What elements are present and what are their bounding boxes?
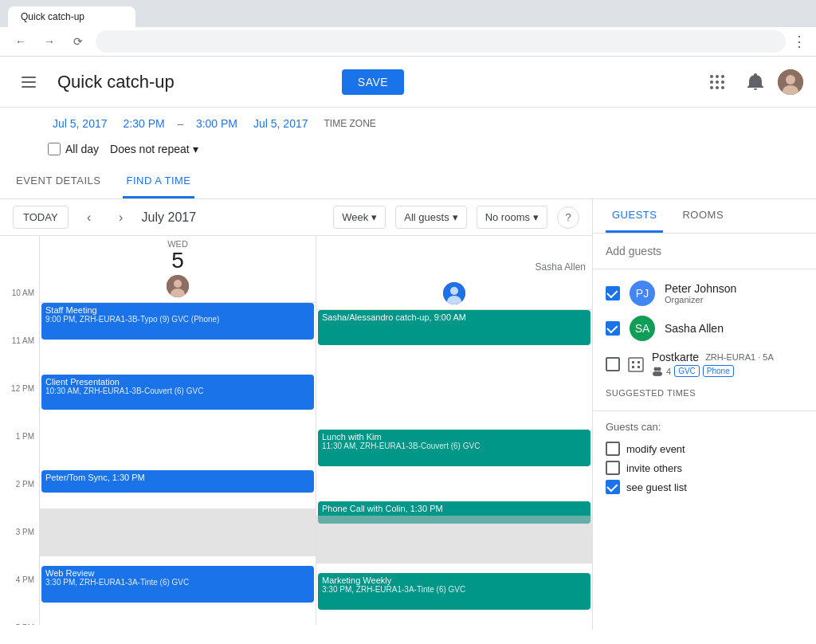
col1-events: Staff Meeting 9:00 PM, ZRH-EURA1-3B-Typo… (40, 303, 316, 625)
event-web-review[interactable]: Web Review 3:30 PM, ZRH-EURA1-3A-Tinte (… (41, 566, 314, 603)
all-guests-dropdown[interactable]: All guests ▾ (395, 206, 466, 229)
no-rooms-dropdown[interactable]: No rooms ▾ (477, 206, 547, 229)
repeat-label: Does not repeat (110, 143, 190, 155)
permission-label-modify: modify event (626, 443, 685, 455)
svg-rect-25 (638, 366, 640, 368)
start-date-chip[interactable]: Jul 5, 2017 (48, 114, 112, 133)
calendar-col-wed: Wed 5 (40, 236, 316, 625)
guest-checkbox-sasha[interactable] (606, 321, 620, 336)
help-button[interactable]: ? (557, 206, 579, 229)
top-bar: SAVE (0, 57, 816, 108)
svg-point-19 (450, 287, 458, 295)
permission-checkbox-seeguests[interactable] (606, 480, 620, 494)
permission-checkbox-invite[interactable] (606, 461, 620, 475)
postkarte-details: Postkarte ZRH-EURA1 · 5A 4 (652, 351, 774, 377)
guests-list: PJ Peter Johnson Organizer SA Sasha Alle… (593, 269, 816, 410)
postkarte-name: Postkarte (652, 351, 699, 363)
end-date-chip[interactable]: Jul 5, 2017 (249, 114, 313, 133)
back-button[interactable]: ← (10, 30, 32, 53)
permission-checkbox-modify[interactable] (606, 442, 620, 456)
forward-button[interactable]: → (38, 30, 61, 53)
event-marketing-weekly[interactable]: Marketing Weekly 3:30 PM, ZRH-EURA1-3A-T… (318, 573, 590, 610)
right-panel: GUESTS ROOMS PJ Peter Johnson Organizer (593, 199, 816, 630)
time-label-1pm: 1 PM (0, 430, 39, 478)
today-button[interactable]: TODAY (13, 206, 69, 229)
top-bar-icons (701, 66, 803, 98)
event-sasha-catchup[interactable]: Sasha/Alessandro catch-up, 9:00 AM (318, 310, 590, 345)
save-button[interactable]: SAVE (342, 69, 404, 95)
svg-point-27 (657, 367, 661, 371)
end-time-chip[interactable]: 3:00 PM (191, 114, 242, 133)
guest-checkbox-peter[interactable] (606, 286, 620, 300)
week-dropdown-arrow: ▾ (371, 211, 377, 223)
guest-name-sasha: Sasha Allen (665, 322, 803, 335)
time-column: 10 AM 11 AM 12 PM 1 PM 2 PM 3 PM 4 PM 5 … (0, 236, 40, 625)
current-time-block-2 (316, 516, 592, 564)
event-peter-tom-sync[interactable]: Peter/Tom Sync, 1:30 PM (41, 470, 314, 493)
guest-info-sasha: Sasha Allen (665, 322, 803, 335)
browser-chrome: Quick catch-up (0, 0, 816, 27)
prev-arrow-button[interactable]: ‹ (78, 206, 100, 229)
allday-checkbox[interactable] (48, 143, 61, 155)
panel-tab-rooms[interactable]: ROOMS (676, 199, 730, 233)
user-avatar[interactable] (778, 69, 803, 95)
allday-row: All day Does not repeat ▾ (0, 136, 816, 165)
postkarte-count: 4 (666, 367, 671, 376)
guests-can-section: Guests can: modify event invite others s… (593, 410, 816, 506)
panel-tab-guests[interactable]: GUESTS (606, 199, 663, 233)
browser-tab-active[interactable]: Quick catch-up (8, 6, 135, 27)
bell-icon (747, 73, 763, 91)
apps-grid-icon (709, 74, 725, 90)
apps-button[interactable] (701, 66, 733, 98)
timezone-button[interactable]: TIME ZONE (320, 115, 381, 132)
event-lunch-kim[interactable]: Lunch with Kim 11:30 AM, ZRH-EURA1-3B-Co… (318, 430, 590, 466)
address-bar[interactable] (96, 30, 786, 53)
datetime-row: Jul 5, 2017 2:30 PM – 3:00 PM Jul 5, 201… (0, 108, 816, 136)
time-label-12pm: 12 PM (0, 383, 39, 430)
event-client-presentation[interactable]: Client Presentation 10:30 AM, ZRH-EURA1-… (41, 375, 314, 410)
start-time-chip[interactable]: 2:30 PM (119, 114, 170, 133)
guest-avatar-sasha: SA (630, 316, 655, 341)
tab-find-a-time[interactable]: FIND A TIME (123, 165, 194, 198)
time-label-3pm: 3 PM (0, 526, 39, 574)
dropdown-arrow-icon: ▾ (193, 143, 198, 155)
event-title: Sasha/Alessandro catch-up, 9:00 AM (322, 312, 586, 322)
browser-menu-icon[interactable]: ⋮ (792, 33, 806, 50)
col-avatar-me (167, 275, 189, 297)
next-arrow-button[interactable]: › (110, 206, 132, 229)
add-guests-input[interactable] (593, 234, 816, 269)
main-content: TODAY ‹ › July 2017 Week ▾ All guests ▾ … (0, 199, 816, 630)
tab-event-details[interactable]: EVENT DETAILS (13, 165, 104, 198)
svg-rect-1 (22, 81, 36, 83)
event-title: Staff Meeting (45, 305, 310, 315)
week-view-dropdown[interactable]: Week ▾ (333, 206, 386, 229)
browser-tabs: Quick catch-up (8, 6, 135, 27)
repeat-dropdown[interactable]: Does not repeat ▾ (105, 139, 203, 159)
reload-button[interactable]: ⟳ (67, 30, 89, 53)
avatar-image (778, 69, 803, 95)
permission-row-modify: modify event (606, 439, 803, 458)
building-icon (626, 355, 645, 374)
menu-button[interactable] (13, 66, 45, 98)
permission-row-seeguests: see guest list (606, 477, 803, 497)
panel-tabs: GUESTS ROOMS (593, 199, 816, 234)
main-tabs: EVENT DETAILS FIND A TIME (0, 165, 816, 199)
postkarte-row: Postkarte ZRH-EURA1 · 5A 4 (593, 346, 816, 382)
guest-info-peter: Peter Johnson Organizer (665, 282, 803, 304)
svg-rect-0 (22, 77, 36, 78)
allday-label[interactable]: All day (48, 143, 99, 155)
google-calendar-app: SAVE (0, 57, 816, 644)
notifications-button[interactable] (740, 66, 771, 98)
guest-avatar-peter: PJ (630, 281, 655, 306)
svg-point-7 (716, 80, 719, 84)
guest-checkbox-postkarte[interactable] (606, 357, 620, 371)
postkarte-room: ZRH-EURA1 · 5A (705, 352, 774, 362)
event-title-input[interactable] (57, 72, 329, 92)
event-staff-meeting[interactable]: Staff Meeting 9:00 PM, ZRH-EURA1-3B-Typo… (41, 303, 314, 340)
current-time-block (40, 509, 316, 556)
calendar-section: TODAY ‹ › July 2017 Week ▾ All guests ▾ … (0, 199, 593, 630)
calendar-col-sasha: Sasha Allen (316, 236, 592, 625)
sasha-allen-label: Sasha Allen (316, 253, 592, 281)
event-title: Client Presentation (45, 377, 310, 387)
people-icon (652, 366, 663, 377)
